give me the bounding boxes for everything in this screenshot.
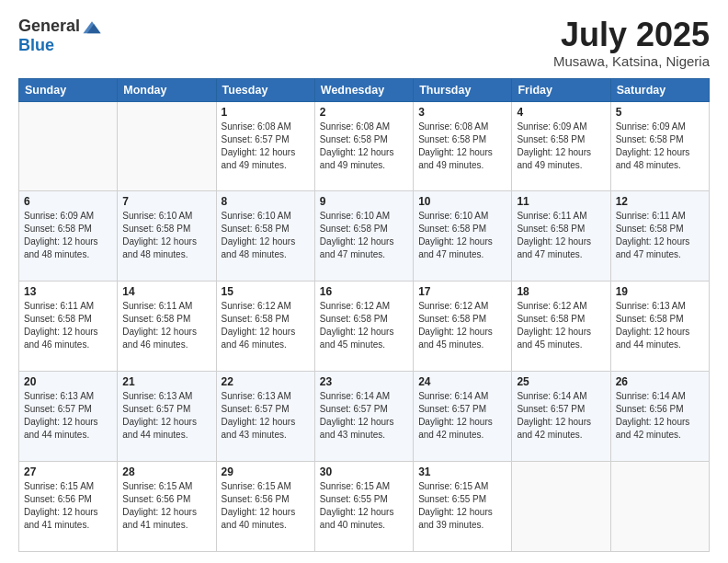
day-number: 23	[320, 375, 408, 388]
calendar-day-cell: 15Sunrise: 6:12 AMSunset: 6:58 PMDayligh…	[216, 282, 314, 372]
calendar-day-cell: 3Sunrise: 6:08 AMSunset: 6:58 PMDaylight…	[414, 101, 512, 191]
calendar-day-cell: 1Sunrise: 6:08 AMSunset: 6:57 PMDaylight…	[216, 101, 314, 191]
calendar-week-row: 13Sunrise: 6:11 AMSunset: 6:58 PMDayligh…	[19, 282, 710, 372]
calendar-day-cell	[19, 101, 118, 191]
day-number: 17	[418, 285, 506, 298]
day-number: 9	[320, 195, 408, 208]
header: General Blue July 2025 Musawa, Katsina, …	[18, 17, 710, 69]
calendar-day-cell: 20Sunrise: 6:13 AMSunset: 6:57 PMDayligh…	[19, 372, 118, 462]
calendar-day-cell: 11Sunrise: 6:11 AMSunset: 6:58 PMDayligh…	[512, 191, 610, 282]
calendar-week-row: 27Sunrise: 6:15 AMSunset: 6:56 PMDayligh…	[19, 462, 710, 552]
day-info: Sunrise: 6:10 AMSunset: 6:58 PMDaylight:…	[222, 210, 310, 261]
day-info: Sunrise: 6:12 AMSunset: 6:58 PMDaylight:…	[222, 300, 310, 351]
day-info: Sunrise: 6:14 AMSunset: 6:57 PMDaylight:…	[320, 390, 408, 442]
calendar-day-cell: 21Sunrise: 6:13 AMSunset: 6:57 PMDayligh…	[118, 372, 216, 462]
day-info: Sunrise: 6:09 AMSunset: 6:58 PMDaylight:…	[517, 121, 605, 172]
calendar-day-cell: 24Sunrise: 6:14 AMSunset: 6:57 PMDayligh…	[414, 372, 512, 462]
calendar-day-cell: 12Sunrise: 6:11 AMSunset: 6:58 PMDayligh…	[610, 191, 709, 282]
day-info: Sunrise: 6:15 AMSunset: 6:56 PMDaylight:…	[24, 480, 112, 532]
day-number: 5	[616, 106, 704, 119]
calendar-day-cell: 17Sunrise: 6:12 AMSunset: 6:58 PMDayligh…	[414, 282, 512, 372]
calendar-day-cell: 27Sunrise: 6:15 AMSunset: 6:56 PMDayligh…	[19, 462, 118, 552]
day-number: 10	[418, 195, 506, 208]
day-number: 21	[122, 375, 210, 388]
calendar-day-cell: 5Sunrise: 6:09 AMSunset: 6:58 PMDaylight…	[610, 101, 709, 191]
calendar-day-cell: 25Sunrise: 6:14 AMSunset: 6:57 PMDayligh…	[512, 372, 610, 462]
day-info: Sunrise: 6:15 AMSunset: 6:56 PMDaylight:…	[122, 480, 210, 532]
calendar-day-cell: 13Sunrise: 6:11 AMSunset: 6:58 PMDayligh…	[19, 282, 118, 372]
day-number: 26	[616, 375, 704, 388]
day-number: 16	[320, 285, 408, 298]
day-info: Sunrise: 6:08 AMSunset: 6:57 PMDaylight:…	[222, 121, 310, 172]
day-info: Sunrise: 6:15 AMSunset: 6:56 PMDaylight:…	[222, 480, 310, 532]
calendar-day-cell: 31Sunrise: 6:15 AMSunset: 6:55 PMDayligh…	[414, 462, 512, 552]
calendar-day-cell: 4Sunrise: 6:09 AMSunset: 6:58 PMDaylight…	[512, 101, 610, 191]
calendar-weekday-header: Tuesday	[216, 78, 314, 101]
day-number: 1	[222, 106, 310, 119]
day-info: Sunrise: 6:13 AMSunset: 6:57 PMDaylight:…	[222, 390, 310, 442]
calendar-day-cell	[118, 101, 216, 191]
day-number: 12	[616, 195, 704, 208]
day-info: Sunrise: 6:09 AMSunset: 6:58 PMDaylight:…	[616, 121, 704, 172]
day-number: 27	[24, 465, 112, 478]
calendar-weekday-header: Friday	[512, 78, 610, 101]
day-info: Sunrise: 6:14 AMSunset: 6:57 PMDaylight:…	[418, 390, 506, 442]
calendar-weekday-header: Saturday	[610, 78, 709, 101]
calendar-day-cell: 6Sunrise: 6:09 AMSunset: 6:58 PMDaylight…	[19, 191, 118, 282]
calendar-day-cell	[610, 462, 709, 552]
day-info: Sunrise: 6:11 AMSunset: 6:58 PMDaylight:…	[24, 300, 112, 351]
day-number: 24	[418, 375, 506, 388]
calendar-header-row: SundayMondayTuesdayWednesdayThursdayFrid…	[19, 78, 710, 101]
day-number: 15	[222, 285, 310, 298]
day-number: 4	[517, 106, 605, 119]
calendar-day-cell: 18Sunrise: 6:12 AMSunset: 6:58 PMDayligh…	[512, 282, 610, 372]
calendar-day-cell: 7Sunrise: 6:10 AMSunset: 6:58 PMDaylight…	[118, 191, 216, 282]
title-block: July 2025 Musawa, Katsina, Nigeria	[553, 17, 710, 69]
day-info: Sunrise: 6:13 AMSunset: 6:58 PMDaylight:…	[616, 300, 704, 351]
calendar-day-cell: 9Sunrise: 6:10 AMSunset: 6:58 PMDaylight…	[314, 191, 413, 282]
day-info: Sunrise: 6:11 AMSunset: 6:58 PMDaylight:…	[517, 210, 605, 261]
logo-general-text: General	[18, 17, 80, 36]
day-info: Sunrise: 6:10 AMSunset: 6:58 PMDaylight:…	[418, 210, 506, 261]
logo-blue-text: Blue	[18, 36, 54, 54]
day-info: Sunrise: 6:12 AMSunset: 6:58 PMDaylight:…	[418, 300, 506, 351]
day-number: 19	[616, 285, 704, 298]
calendar-weekday-header: Thursday	[414, 78, 512, 101]
day-info: Sunrise: 6:11 AMSunset: 6:58 PMDaylight:…	[616, 210, 704, 261]
calendar-day-cell: 14Sunrise: 6:11 AMSunset: 6:58 PMDayligh…	[118, 282, 216, 372]
day-info: Sunrise: 6:14 AMSunset: 6:57 PMDaylight:…	[517, 390, 605, 442]
day-info: Sunrise: 6:08 AMSunset: 6:58 PMDaylight:…	[418, 121, 506, 172]
day-info: Sunrise: 6:11 AMSunset: 6:58 PMDaylight:…	[122, 300, 210, 351]
day-number: 20	[24, 375, 112, 388]
day-number: 18	[517, 285, 605, 298]
day-number: 2	[320, 106, 408, 119]
day-info: Sunrise: 6:12 AMSunset: 6:58 PMDaylight:…	[320, 300, 408, 351]
day-info: Sunrise: 6:15 AMSunset: 6:55 PMDaylight:…	[418, 480, 506, 532]
day-number: 28	[122, 465, 210, 478]
day-info: Sunrise: 6:15 AMSunset: 6:55 PMDaylight:…	[320, 480, 408, 532]
day-number: 31	[418, 465, 506, 478]
calendar-day-cell: 30Sunrise: 6:15 AMSunset: 6:55 PMDayligh…	[314, 462, 413, 552]
day-info: Sunrise: 6:14 AMSunset: 6:56 PMDaylight:…	[616, 390, 704, 442]
calendar-day-cell: 28Sunrise: 6:15 AMSunset: 6:56 PMDayligh…	[118, 462, 216, 552]
calendar-weekday-header: Wednesday	[314, 78, 413, 101]
day-number: 8	[222, 195, 310, 208]
day-number: 14	[122, 285, 210, 298]
calendar-day-cell: 16Sunrise: 6:12 AMSunset: 6:58 PMDayligh…	[314, 282, 413, 372]
day-number: 3	[418, 106, 506, 119]
calendar-day-cell	[512, 462, 610, 552]
calendar-day-cell: 23Sunrise: 6:14 AMSunset: 6:57 PMDayligh…	[314, 372, 413, 462]
calendar-day-cell: 8Sunrise: 6:10 AMSunset: 6:58 PMDaylight…	[216, 191, 314, 282]
calendar-weekday-header: Monday	[118, 78, 216, 101]
day-number: 13	[24, 285, 112, 298]
calendar-week-row: 20Sunrise: 6:13 AMSunset: 6:57 PMDayligh…	[19, 372, 710, 462]
calendar-day-cell: 19Sunrise: 6:13 AMSunset: 6:58 PMDayligh…	[610, 282, 709, 372]
calendar-table: SundayMondayTuesdayWednesdayThursdayFrid…	[18, 78, 710, 552]
calendar-day-cell: 29Sunrise: 6:15 AMSunset: 6:56 PMDayligh…	[216, 462, 314, 552]
day-number: 30	[320, 465, 408, 478]
page: General Blue July 2025 Musawa, Katsina, …	[0, 0, 728, 563]
day-number: 29	[222, 465, 310, 478]
day-info: Sunrise: 6:12 AMSunset: 6:58 PMDaylight:…	[517, 300, 605, 351]
day-number: 6	[24, 195, 112, 208]
location: Musawa, Katsina, Nigeria	[553, 53, 710, 69]
